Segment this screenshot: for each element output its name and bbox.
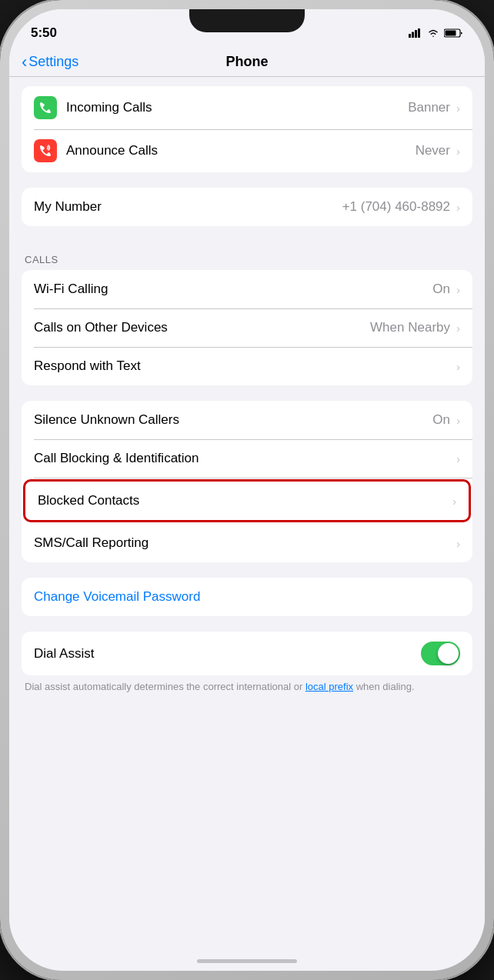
row-right: › — [449, 495, 456, 508]
row-left: Call Blocking & Identification — [34, 451, 453, 466]
status-icons — [409, 28, 463, 38]
row-left: Calls on Other Devices — [34, 320, 370, 335]
silence-unknown-row[interactable]: Silence Unknown Callers On › — [22, 401, 472, 439]
dial-assist-toggle[interactable] — [421, 642, 460, 665]
phone-frame: 5:50 — [0, 0, 494, 980]
chevron-icon: › — [456, 452, 460, 465]
svg-rect-0 — [409, 34, 411, 38]
svg-rect-3 — [418, 28, 420, 38]
my-number-row[interactable]: My Number +1 (704) 460-8892 › — [22, 188, 472, 226]
chevron-icon: › — [452, 495, 456, 508]
my-number-value: +1 (704) 460-8892 — [342, 199, 450, 215]
row-left: SMS/Call Reporting — [34, 535, 453, 551]
wifi-icon — [427, 28, 439, 38]
blocked-contacts-label: Blocked Contacts — [38, 493, 139, 508]
chevron-icon: › — [456, 145, 460, 158]
chevron-icon: › — [456, 102, 460, 115]
call-blocking-row[interactable]: Call Blocking & Identification › — [22, 439, 472, 478]
blocked-contacts-row[interactable]: Blocked Contacts › — [25, 482, 469, 520]
svg-rect-2 — [415, 30, 417, 38]
call-blocking-label: Call Blocking & Identification — [34, 451, 199, 466]
dial-assist-row[interactable]: Dial Assist — [22, 632, 472, 675]
chevron-icon: › — [456, 414, 460, 427]
row-left: Dial Assist — [34, 646, 421, 662]
row-right: Banner › — [408, 100, 460, 115]
status-time: 5:50 — [31, 25, 57, 41]
signal-icon — [409, 28, 422, 38]
navigation-bar: ‹ Settings Phone — [9, 48, 485, 77]
blocking-card: Silence Unknown Callers On › Call Blocki… — [22, 401, 472, 562]
announce-calls-value: Never — [416, 143, 450, 158]
phone-icon — [38, 101, 52, 115]
svg-rect-1 — [412, 32, 414, 38]
row-right: On › — [432, 412, 460, 428]
row-left: Respond with Text — [34, 358, 453, 374]
chevron-icon: › — [456, 537, 460, 550]
change-voicemail-row[interactable]: Change Voicemail Password — [22, 578, 472, 616]
row-left: Silence Unknown Callers — [34, 412, 432, 428]
calls-header: Calls — [9, 242, 485, 270]
row-right: On › — [432, 282, 460, 297]
phone-wave-icon — [38, 144, 52, 158]
dial-assist-card: Dial Assist — [22, 632, 472, 675]
calls-other-devices-row[interactable]: Calls on Other Devices When Nearby › — [22, 308, 472, 347]
voicemail-group: Change Voicemail Password — [9, 578, 485, 616]
chevron-icon: › — [456, 322, 460, 335]
incoming-calls-label: Incoming Calls — [66, 100, 152, 115]
voicemail-card: Change Voicemail Password — [22, 578, 472, 616]
sms-reporting-label: SMS/Call Reporting — [34, 535, 149, 551]
blocking-group: Silence Unknown Callers On › Call Blocki… — [9, 401, 485, 562]
respond-with-text-label: Respond with Text — [34, 358, 141, 374]
battery-icon — [444, 28, 463, 38]
phone-screen: 5:50 — [9, 9, 485, 971]
wifi-calling-row[interactable]: Wi-Fi Calling On › — [22, 270, 472, 308]
incoming-calls-value: Banner — [408, 100, 450, 115]
chevron-icon: › — [456, 360, 460, 373]
settings-content: Incoming Calls Banner › — [9, 77, 485, 960]
back-chevron-icon: ‹ — [22, 52, 27, 72]
back-button[interactable]: ‹ Settings — [22, 52, 78, 72]
chevron-icon: › — [456, 201, 460, 214]
change-voicemail-label: Change Voicemail Password — [34, 589, 200, 605]
row-left: Incoming Calls — [34, 96, 408, 119]
announce-calls-icon — [34, 139, 57, 162]
dial-assist-description: Dial assist automatically determines the… — [9, 675, 485, 702]
calls-other-devices-label: Calls on Other Devices — [34, 320, 168, 335]
blocked-contacts-wrapper: Blocked Contacts › — [22, 478, 472, 524]
sms-reporting-row[interactable]: SMS/Call Reporting › — [22, 524, 472, 562]
dial-assist-label: Dial Assist — [34, 646, 94, 662]
page-title: Phone — [225, 54, 268, 70]
local-prefix-link[interactable]: local prefix — [305, 681, 353, 692]
row-left: Wi-Fi Calling — [34, 282, 432, 297]
row-right: Never › — [416, 143, 460, 158]
notch — [189, 9, 305, 32]
calls-other-devices-value: When Nearby — [370, 320, 450, 335]
wifi-calling-value: On — [432, 282, 450, 297]
silence-unknown-label: Silence Unknown Callers — [34, 412, 179, 428]
home-indicator — [197, 959, 297, 963]
row-left: Blocked Contacts — [38, 493, 449, 508]
blocked-contacts-highlight: Blocked Contacts › — [23, 479, 471, 522]
notifications-card: Incoming Calls Banner › — [22, 86, 472, 172]
my-number-card: My Number +1 (704) 460-8892 › — [22, 188, 472, 226]
announce-calls-row[interactable]: Announce Calls Never › — [22, 129, 472, 172]
row-right: › — [453, 537, 460, 550]
row-right: When Nearby › — [370, 320, 460, 335]
chevron-icon: › — [456, 283, 460, 296]
calls-group: Calls Wi-Fi Calling On › — [9, 242, 485, 385]
dial-assist-group: Dial Assist Dial assist automatically de… — [9, 632, 485, 702]
row-left: Announce Calls — [34, 139, 416, 162]
toggle-knob — [438, 643, 459, 664]
notifications-group: Incoming Calls Banner › — [9, 77, 485, 172]
incoming-calls-row[interactable]: Incoming Calls Banner › — [22, 86, 472, 129]
back-button-label: Settings — [28, 54, 78, 70]
respond-with-text-row[interactable]: Respond with Text › — [22, 347, 472, 385]
row-left: Change Voicemail Password — [34, 589, 460, 605]
calls-card: Wi-Fi Calling On › Calls on Other Device… — [22, 270, 472, 385]
row-right: +1 (704) 460-8892 › — [342, 199, 460, 215]
incoming-calls-icon — [34, 96, 57, 119]
row-right: › — [453, 360, 460, 373]
wifi-calling-label: Wi-Fi Calling — [34, 282, 108, 297]
my-number-group: My Number +1 (704) 460-8892 › — [9, 188, 485, 226]
my-number-label: My Number — [34, 199, 102, 215]
